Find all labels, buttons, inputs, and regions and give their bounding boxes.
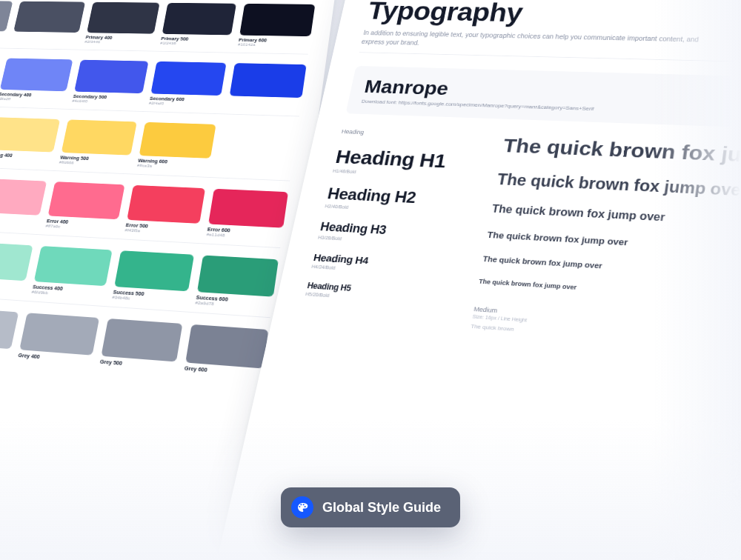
weight-sample: The quick brown <box>471 323 741 357</box>
swatch-hex <box>0 33 5 34</box>
color-swatch[interactable]: Warning 500#ffd666 <box>59 120 136 167</box>
color-swatch[interactable]: Secondary 600#2f4af0 <box>148 61 226 107</box>
swatch-hex: #2f3446 <box>84 40 153 45</box>
color-swatch[interactable]: Success 600#2a9d78 <box>195 256 279 310</box>
swatch-hex: #1f2438 <box>160 41 230 47</box>
color-swatch[interactable]: Warning 400#ffe58f <box>0 117 60 164</box>
divider <box>359 52 741 65</box>
color-swatch[interactable]: Error 500#f43f5e <box>124 185 205 236</box>
swatch-hex <box>229 99 302 101</box>
color-row: dary 300Secondary 400#8fa2ffSecondary 50… <box>0 57 307 110</box>
heading-spec: Heading H2H2/40/Bold <box>325 184 467 216</box>
color-swatch[interactable] <box>227 63 307 110</box>
swatch-label <box>229 99 302 101</box>
color-swatch[interactable]: Primary 600#10142a <box>238 4 316 47</box>
swatch-label: Success 300 <box>0 279 24 289</box>
swatch-hex: #10142a <box>238 43 310 48</box>
color-swatch[interactable]: Grey 600 <box>184 324 268 378</box>
swatch-fill <box>127 185 205 224</box>
color-swatch[interactable]: Warning 600#ffca3a <box>137 122 216 170</box>
swatch-fill <box>230 63 307 98</box>
color-swatch[interactable]: Error 400#ff7a9c <box>45 181 124 232</box>
swatch-fill <box>0 1 13 32</box>
swatch-fill <box>197 256 279 297</box>
color-swatch[interactable]: Success 300#a0e7d0 <box>0 241 33 293</box>
heading-spec: Heading H4H4/24/Bold <box>311 252 454 278</box>
swatch-fill <box>114 250 194 291</box>
pangram-sample: The quick brown fox jump over <box>486 230 741 261</box>
color-swatch[interactable]: Secondary 400#8fa2ff <box>0 59 73 103</box>
swatch-fill <box>74 60 148 93</box>
swatch-fill <box>62 120 137 156</box>
color-swatch[interactable] <box>217 125 298 174</box>
color-swatch[interactable] <box>0 1 13 42</box>
swatch-fill <box>162 3 236 36</box>
pangram-sample: The quick brown fox jump over <box>491 203 741 234</box>
color-swatch[interactable]: Primary 400#2f3446 <box>84 2 160 45</box>
color-swatch[interactable]: Grey 400 <box>18 313 99 364</box>
swatch-fill <box>48 181 125 219</box>
swatch-label <box>13 34 78 35</box>
pangram-sample: The quick brown fox jump o <box>502 135 741 172</box>
swatch-fill <box>239 4 315 36</box>
heading-spec: Heading H1H1/48/Bold <box>333 146 474 179</box>
color-row: Primary 400#2f3446Primary 500#1f2438Prim… <box>0 1 315 48</box>
palette-icon <box>291 496 313 519</box>
global-style-guide-badge[interactable]: Global Style Guide <box>281 487 460 527</box>
swatch-fill <box>208 189 288 228</box>
color-row: Success 200Success 300#a0e7d0Success 400… <box>0 237 279 310</box>
swatch-hex <box>219 162 292 165</box>
swatch-fill <box>13 1 85 33</box>
swatch-fill <box>0 241 33 281</box>
color-row: Error 300#ffb3c6Error 400#ff7a9cError 50… <box>0 175 288 241</box>
color-row: Grey 200Grey 300Grey 400Grey 500Grey 600 <box>0 302 268 378</box>
pangram-sample: The quick brown fox jump over <box>496 170 741 206</box>
color-swatch[interactable]: Grey 500 <box>99 319 182 371</box>
color-swatch[interactable]: Error 600#e11d48 <box>206 189 288 241</box>
heading-spec: Heading H3H3/28/Bold <box>318 220 460 247</box>
swatch-fill <box>101 319 182 362</box>
section-label-heading: Heading <box>341 128 477 139</box>
swatch-fill <box>87 2 160 34</box>
swatch-fill <box>185 324 268 369</box>
heading-spec: Heading H5H5/20/Bold <box>305 281 448 306</box>
color-swatch[interactable]: Secondary 500#4c64f0 <box>72 60 149 105</box>
swatch-fill <box>0 59 73 92</box>
swatch-label <box>219 161 292 164</box>
divider <box>0 47 308 55</box>
color-row: Warning 300#fff1b8Warning 400#ffe58fWarn… <box>0 115 298 174</box>
swatch-fill <box>0 307 19 349</box>
badge-label: Global Style Guide <box>322 500 441 516</box>
swatch-fill <box>19 313 99 355</box>
swatch-fill <box>34 246 113 286</box>
color-swatch[interactable] <box>11 1 85 44</box>
font-card: Manrope Download font: https://fonts.goo… <box>345 66 741 132</box>
color-swatch[interactable]: Error 300#ffb3c6 <box>0 179 47 227</box>
swatch-fill <box>139 122 216 159</box>
pangram-sample: The quick brown fox jump over <box>479 278 741 309</box>
color-swatch[interactable]: Success 400#6fd9bb <box>31 246 113 299</box>
color-swatch[interactable]: Primary 500#1f2438 <box>160 3 236 46</box>
color-swatch[interactable]: Success 500#34b48c <box>112 250 194 304</box>
swatch-fill <box>0 117 60 152</box>
swatch-hex <box>13 35 78 36</box>
swatch-fill <box>150 61 226 96</box>
color-swatch[interactable]: Grey 300 <box>0 307 19 358</box>
weight-medium-block: Medium Size: 16px / Line Height The quic… <box>471 305 741 356</box>
swatch-fill <box>0 179 47 216</box>
typography-subtitle: In addition to ensuring legible text, yo… <box>361 28 722 54</box>
swatch-label <box>0 33 5 33</box>
